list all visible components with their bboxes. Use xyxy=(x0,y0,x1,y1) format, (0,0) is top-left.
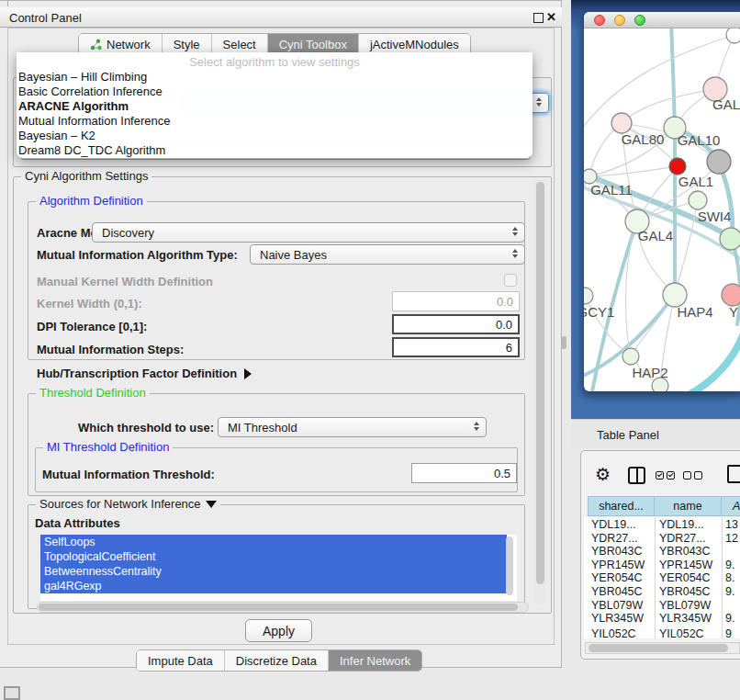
sources-toggle[interactable]: Sources for Network Inference xyxy=(36,497,220,511)
stepper-icon xyxy=(474,422,479,431)
table-cell[interactable]: 13 xyxy=(725,518,740,532)
gear-icon[interactable]: ⚙ xyxy=(595,466,611,483)
group-title: MI Threshold Definition xyxy=(43,440,173,454)
tab-impute-data[interactable]: Impute Data xyxy=(137,650,225,671)
clipboard-icon[interactable] xyxy=(727,465,740,483)
mi-threshold-label: Mutual Information Threshold: xyxy=(42,468,215,481)
grid-line xyxy=(722,517,723,638)
minimized-panel-icon[interactable] xyxy=(4,686,20,700)
hub-definition-toggle[interactable]: Hub/Transcription Factor Definition xyxy=(37,367,252,380)
float-window-icon[interactable] xyxy=(533,13,544,23)
data-attributes-label: Data Attributes xyxy=(35,516,120,530)
select-all-checks-icon[interactable] xyxy=(656,471,675,480)
aracne-mode-combo[interactable]: Discovery xyxy=(92,222,525,243)
popup-item[interactable]: Basic Correlation Inference xyxy=(17,85,533,99)
node-hap2[interactable] xyxy=(622,348,639,365)
node-label: GAL1 xyxy=(678,174,713,189)
deselect-all-checks-icon[interactable] xyxy=(683,471,702,480)
table-cell[interactable]: YBR043C xyxy=(591,545,652,559)
tab-infer-network[interactable]: Infer Network xyxy=(329,650,421,671)
table-hscrollbar-thumb[interactable] xyxy=(589,644,728,652)
table-cell[interactable]: YIL052C xyxy=(659,627,720,638)
network-window-titlebar[interactable] xyxy=(584,12,740,28)
apply-button[interactable]: Apply xyxy=(245,619,312,642)
node-pink[interactable] xyxy=(722,284,740,306)
close-icon[interactable]: ✕ xyxy=(546,10,556,24)
zoom-traffic-light[interactable] xyxy=(634,15,645,26)
table-cell[interactable]: YDR27... xyxy=(659,532,720,546)
attribute-item[interactable]: SelfLoops xyxy=(40,535,507,549)
network-icon xyxy=(90,39,102,51)
popup-item[interactable]: Bayesian – K2 xyxy=(17,129,533,143)
table-cell[interactable]: YDL19... xyxy=(659,518,720,532)
table-cell[interactable]: 9. xyxy=(725,585,740,599)
table-cell[interactable] xyxy=(725,599,740,613)
node-red[interactable] xyxy=(669,158,686,175)
hub-definition-label: Hub/Transcription Factor Definition xyxy=(37,367,237,380)
node-gcy1[interactable] xyxy=(584,288,593,304)
tab-discretize-data[interactable]: Discretize Data xyxy=(225,650,329,671)
popup-item[interactable]: Mutual Information Inference xyxy=(17,114,533,129)
table-cell[interactable]: YPR145W xyxy=(591,559,652,572)
dpi-tolerance-field[interactable]: 0.0 xyxy=(392,314,520,334)
column-header-shared-name[interactable]: shared... xyxy=(588,496,655,516)
table-cell[interactable]: 9. xyxy=(725,612,740,626)
node-unlabeled[interactable] xyxy=(726,28,740,43)
panel-splitter-grip[interactable] xyxy=(562,336,566,349)
table-cell[interactable]: YBR045C xyxy=(659,585,720,599)
table-cell[interactable] xyxy=(725,545,740,559)
attribute-item[interactable]: BetweennessCentrality xyxy=(40,564,507,579)
network-canvas[interactable]: GAL GAL80 GAL10 GAL11 GAL1 GAL4 SWI4 GCY… xyxy=(584,28,740,391)
close-traffic-light[interactable] xyxy=(594,15,605,26)
node-gal80[interactable] xyxy=(611,113,632,133)
table-cell[interactable]: 8. xyxy=(725,571,740,585)
table-cell[interactable]: YBR045C xyxy=(591,585,652,599)
table-cell[interactable]: 12 xyxy=(725,532,740,546)
table-cell[interactable]: 9. xyxy=(725,559,740,572)
node-swi4[interactable] xyxy=(720,228,740,250)
column-header-partial[interactable]: A xyxy=(722,496,740,516)
table-cell[interactable]: YPR145W xyxy=(659,559,720,572)
control-panel-titlebar xyxy=(0,7,562,28)
node-label: HAP4 xyxy=(677,304,712,320)
settings-scrollbar-thumb[interactable] xyxy=(536,182,544,584)
network-node-labels: GAL GAL80 GAL10 GAL11 GAL1 GAL4 SWI4 GCY… xyxy=(584,96,740,380)
table-cell[interactable]: YBL079W xyxy=(591,599,652,613)
unchecked-box-icon xyxy=(694,471,702,480)
attribute-item[interactable]: TopologicalCoefficient xyxy=(40,549,507,564)
table-cell[interactable]: YLR345W xyxy=(591,612,652,626)
dpi-tolerance-label: DPI Tolerance [0,1]: xyxy=(37,320,147,333)
table-rows: YDL19... YDL19... 13 YDR27... YDR27... 1… xyxy=(584,517,740,638)
mi-steps-field[interactable]: 6 xyxy=(392,337,520,357)
manual-kernel-checkbox[interactable] xyxy=(504,274,517,287)
node-gray[interactable] xyxy=(707,150,731,174)
which-threshold-combo[interactable]: MI Threshold xyxy=(218,417,487,437)
table-cell[interactable]: YLR345W xyxy=(659,612,720,626)
node-label: GAL80 xyxy=(622,131,665,147)
attributes-scrollbar-thumb[interactable] xyxy=(506,536,513,595)
column-header-name[interactable]: name xyxy=(655,496,722,516)
table-cell[interactable]: YER054C xyxy=(591,571,652,585)
node-gal1[interactable] xyxy=(689,191,707,209)
mi-steps-label: Mutual Information Steps: xyxy=(37,343,184,356)
mi-type-combo[interactable]: Naive Bayes xyxy=(250,244,525,265)
popup-item[interactable]: Bayesian – Hill Climbing xyxy=(17,70,533,85)
table-cell[interactable]: YDR27... xyxy=(591,532,652,546)
table-cell[interactable]: YDL19... xyxy=(591,518,652,532)
checked-box-icon xyxy=(667,471,675,480)
table-cell[interactable]: YIL052C xyxy=(591,627,652,638)
mi-threshold-field[interactable]: 0.5 xyxy=(411,463,517,483)
horizontal-scrollbar-thumb[interactable] xyxy=(39,604,518,611)
popup-item[interactable]: Dream8 DC_TDC Algorithm xyxy=(17,143,533,158)
split-columns-icon[interactable] xyxy=(628,467,645,484)
node-label: GAL10 xyxy=(678,132,721,148)
table-cell[interactable]: YER054C xyxy=(659,571,720,585)
table-cell[interactable]: YBL079W xyxy=(659,599,720,613)
which-threshold-label: Which threshold to use: xyxy=(78,421,214,435)
table-cell[interactable]: YBR043C xyxy=(659,545,720,559)
table-cell[interactable]: 9 xyxy=(725,627,740,638)
popup-item-selected[interactable]: ARACNE Algorithm xyxy=(17,99,533,114)
attribute-item[interactable]: gal4RGexp xyxy=(40,579,507,593)
minimize-traffic-light[interactable] xyxy=(614,15,625,26)
kernel-width-field[interactable]: 0.0 xyxy=(392,291,520,311)
